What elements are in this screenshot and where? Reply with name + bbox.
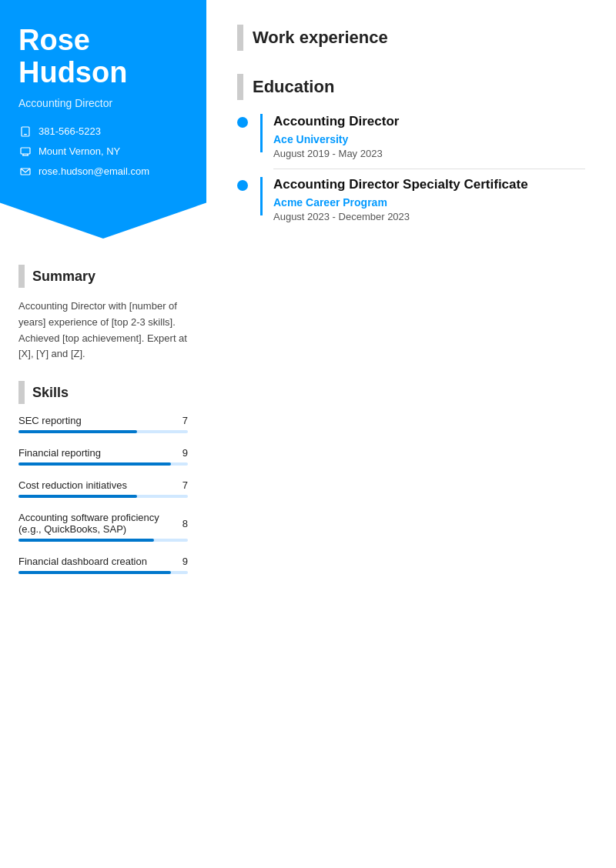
edu-degree: Accounting Director	[273, 114, 585, 129]
skill-header: Cost reduction initiatives 7	[18, 479, 188, 491]
work-title: Work experience	[253, 28, 388, 48]
edu-body: Accounting Director Specialty Certificat…	[273, 177, 585, 227]
phone-icon	[18, 125, 32, 139]
edu-body: Accounting Director Ace University Augus…	[273, 114, 585, 169]
skills-section-header: Skills	[18, 381, 188, 404]
contact-phone: 381-566-5223	[18, 125, 188, 139]
contact-list: 381-566-5223 Mount Vernon, NY	[18, 125, 188, 179]
education-list: Accounting Director Ace University Augus…	[237, 114, 585, 227]
skill-name: Financial dashboard creation	[18, 556, 147, 567]
edu-school: Ace University	[273, 133, 585, 145]
education-bar	[237, 74, 243, 100]
education-item: Accounting Director Specialty Certificat…	[237, 177, 585, 227]
education-section-header: Education	[237, 74, 585, 100]
education-section: Education Accounting Director Ace Univer…	[237, 74, 585, 227]
skill-item: Accounting software proficiency (e.g., Q…	[18, 512, 188, 542]
skill-score: 9	[182, 556, 188, 567]
contact-location: Mount Vernon, NY	[18, 145, 188, 159]
skill-item: Cost reduction initiatives 7	[18, 479, 188, 498]
skill-bar-fill	[18, 539, 154, 542]
skill-header: SEC reporting 7	[18, 415, 188, 426]
svg-rect-2	[21, 148, 30, 154]
skill-bar-bg	[18, 571, 188, 574]
edu-left-bar	[260, 114, 263, 152]
skill-item: Financial dashboard creation 9	[18, 556, 188, 574]
work-bar	[237, 25, 243, 51]
summary-bar	[18, 265, 25, 288]
sidebar-body: Summary Accounting Director with [number…	[0, 239, 206, 868]
skills-list: SEC reporting 7 Financial reporting 9 Co…	[18, 415, 188, 574]
skill-score: 9	[182, 447, 188, 459]
skill-bar-bg	[18, 539, 188, 542]
skill-header: Accounting software proficiency (e.g., Q…	[18, 512, 188, 535]
summary-text: Accounting Director with [number of year…	[18, 299, 188, 362]
skill-bar-bg	[18, 430, 188, 433]
skill-score: 7	[182, 479, 188, 491]
svg-rect-1	[24, 134, 27, 135]
skill-bar-fill	[18, 495, 137, 498]
candidate-name: Rose Hudson	[18, 25, 188, 89]
skill-name: Accounting software proficiency (e.g., Q…	[18, 512, 182, 535]
sidebar-header: Rose Hudson Accounting Director 381-566-…	[0, 0, 206, 239]
edu-dates: August 2019 - May 2023	[273, 148, 585, 159]
skill-name: Cost reduction initiatives	[18, 479, 127, 491]
edu-bullet	[237, 117, 248, 128]
edu-school: Acme Career Program	[273, 196, 585, 209]
sidebar: Rose Hudson Accounting Director 381-566-…	[0, 0, 206, 868]
skills-title: Skills	[32, 385, 69, 401]
skill-name: Financial reporting	[18, 447, 101, 459]
skills-bar	[18, 381, 25, 404]
skill-bar-bg	[18, 462, 188, 466]
work-experience-section: Work experience	[237, 25, 585, 51]
skill-header: Financial dashboard creation 9	[18, 556, 188, 567]
edu-left-bar	[260, 177, 263, 215]
education-title: Education	[253, 77, 334, 97]
contact-email: rose.hudson@email.com	[18, 165, 188, 179]
skill-bar-fill	[18, 430, 137, 433]
main-content: Work experience Education Accounting Dir…	[206, 0, 616, 868]
skill-bar-bg	[18, 495, 188, 498]
work-section-header: Work experience	[237, 25, 585, 51]
skill-bar-fill	[18, 462, 171, 466]
resume-container: Rose Hudson Accounting Director 381-566-…	[0, 0, 616, 868]
summary-title: Summary	[32, 269, 95, 285]
skill-header: Financial reporting 9	[18, 447, 188, 459]
skill-score: 8	[182, 518, 188, 529]
skill-name: SEC reporting	[18, 415, 82, 426]
location-icon	[18, 145, 32, 159]
email-icon	[18, 165, 32, 179]
skill-bar-fill	[18, 571, 171, 574]
edu-divider	[273, 169, 585, 169]
edu-bullet	[237, 180, 248, 191]
edu-dates: August 2023 - December 2023	[273, 211, 585, 222]
summary-section-header: Summary	[18, 265, 188, 288]
skill-item: SEC reporting 7	[18, 415, 188, 433]
candidate-title: Accounting Director	[18, 97, 188, 109]
skill-item: Financial reporting 9	[18, 447, 188, 466]
education-item: Accounting Director Ace University Augus…	[237, 114, 585, 169]
skill-score: 7	[182, 415, 188, 426]
edu-degree: Accounting Director Specialty Certificat…	[273, 177, 585, 192]
